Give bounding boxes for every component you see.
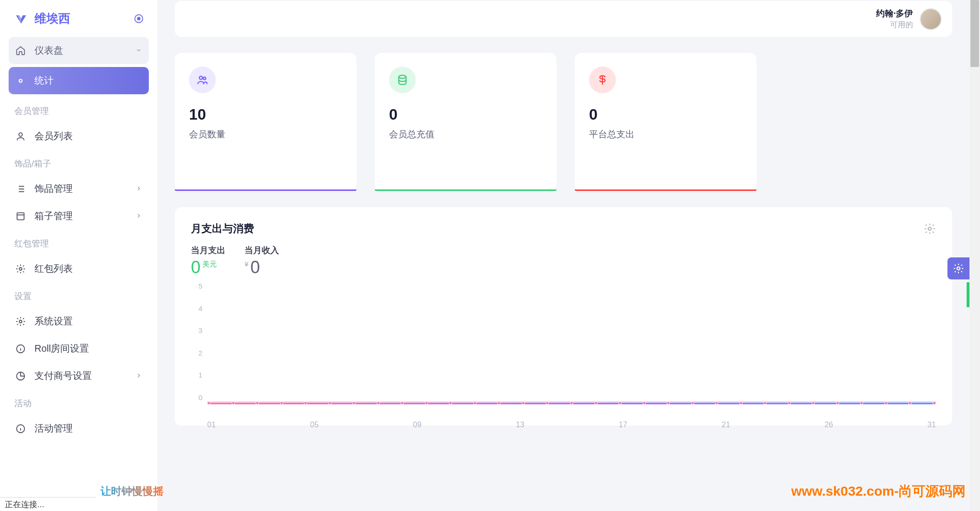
section-member: 会员管理 [9, 97, 149, 122]
brand[interactable]: 维埃西 [14, 11, 70, 26]
side-accent [967, 282, 969, 307]
nav-ornament-manage[interactable]: 饰品管理 [9, 175, 149, 202]
svg-point-13 [957, 267, 960, 270]
sidebar: 维埃西 仪表盘 统计 会员管理 会员列表 饰品/箱子 饰品管理 [0, 0, 157, 511]
nav-dashboard[interactable]: 仪表盘 [9, 37, 149, 64]
nav-payment[interactable]: 支付商号设置 [9, 362, 149, 389]
chart-point [908, 401, 912, 405]
metrics: 当月支出 0 美元 当月收入 ¥ 0 [191, 244, 936, 276]
topbar: 约翰·多伊 可用的 [175, 1, 952, 37]
chart-settings-icon[interactable] [924, 222, 936, 235]
svg-point-12 [928, 227, 932, 231]
home-icon [15, 45, 26, 56]
x-label: 01 [207, 421, 216, 429]
y-ticks: 543210 [191, 282, 202, 401]
x-label: 17 [619, 421, 627, 429]
users-icon [189, 67, 216, 93]
svg-point-10 [203, 77, 206, 79]
chart-point [788, 401, 791, 405]
svg-point-1 [137, 17, 140, 20]
nav-label: 箱子管理 [34, 210, 73, 222]
chart-area: 543210 0105091317212631 [191, 282, 936, 416]
svg-point-5 [19, 320, 22, 323]
nav-system-settings[interactable]: 系统设置 [9, 308, 149, 335]
user-name: 约翰·多伊 [876, 8, 913, 19]
section-redpacket: 红包管理 [9, 230, 149, 255]
y-tick: 1 [191, 371, 202, 379]
nav-label: 支付商号设置 [34, 369, 92, 382]
x-label: 21 [722, 421, 730, 429]
y-tick: 5 [191, 282, 202, 290]
dollar-icon [589, 67, 616, 93]
info-icon [15, 344, 26, 354]
section-settings: 设置 [9, 282, 149, 308]
chart-title: 月支出与消费 [191, 222, 254, 236]
metric-value: 0 [250, 259, 260, 276]
chart-point [328, 401, 332, 405]
nav-label: 统计 [34, 74, 54, 87]
chart-point [618, 401, 622, 405]
metric-label: 当月支出 [191, 244, 225, 256]
chart-point [207, 401, 211, 405]
chart-point [643, 401, 646, 405]
stat-value: 10 [189, 106, 342, 123]
svg-point-2 [19, 133, 22, 136]
stat-card-members: 10 会员数量 [175, 53, 356, 191]
chart-point [667, 401, 670, 405]
scrollbar-thumb[interactable] [970, 0, 979, 67]
settings-fab[interactable] [947, 257, 969, 279]
stat-value: 0 [589, 106, 742, 123]
nav-stats[interactable]: 统计 [9, 67, 149, 94]
nav-member-list[interactable]: 会员列表 [9, 122, 149, 150]
main: 约翰·多伊 可用的 10 会员数量 0 会员总充值 0 平台总支出 [157, 0, 969, 511]
chart-point [449, 401, 452, 405]
chart-point [280, 401, 283, 405]
chart-point [570, 401, 573, 405]
user-block[interactable]: 约翰·多伊 可用的 [876, 8, 942, 30]
brand-logo-icon [14, 12, 28, 25]
watermark-2: www.sk032.com-尚可源码网 [791, 482, 966, 500]
nav-redpacket-list[interactable]: 红包列表 [9, 255, 149, 282]
chart-point [304, 401, 307, 405]
chart-point [594, 401, 598, 405]
chart-point [933, 401, 936, 405]
stat-label: 会员总充值 [389, 128, 542, 141]
stat-label: 会员数量 [189, 128, 342, 141]
pie-icon [15, 371, 26, 381]
y-tick: 4 [191, 304, 202, 312]
sidebar-toggle-icon[interactable] [134, 13, 144, 24]
bullet-icon [15, 76, 26, 86]
nav-roll-room[interactable]: Roll房间设置 [9, 335, 149, 362]
nav-activity-manage[interactable]: 活动管理 [9, 415, 149, 442]
gear-icon [15, 316, 26, 327]
brand-name: 维埃西 [34, 11, 70, 26]
gear-icon [15, 264, 26, 274]
stat-label: 平台总支出 [589, 128, 742, 141]
chevron-down-icon [135, 45, 142, 56]
chart-point [812, 401, 815, 405]
nav-box-manage[interactable]: 箱子管理 [9, 202, 149, 230]
scrollbar[interactable] [969, 0, 980, 511]
metric-currency: 美元 [202, 260, 217, 269]
y-tick: 2 [191, 349, 202, 357]
x-label: 26 [824, 421, 833, 429]
list-icon [15, 184, 26, 194]
nav-label: 系统设置 [34, 315, 73, 328]
svg-point-4 [19, 267, 22, 270]
avatar[interactable] [920, 8, 942, 30]
chart-point [256, 401, 259, 405]
nav-label: 仪表盘 [34, 44, 63, 57]
metric-income: 当月收入 ¥ 0 [245, 244, 279, 276]
chart-point [739, 401, 743, 405]
database-icon [389, 67, 416, 93]
chart-card: 月支出与消费 当月支出 0 美元 当月收入 ¥ 0 [175, 207, 952, 425]
brand-row: 维埃西 [9, 5, 149, 37]
nav-label: 红包列表 [34, 262, 73, 275]
svg-rect-3 [17, 212, 24, 220]
nav-label: 饰品管理 [34, 182, 73, 195]
nav-label: 活动管理 [34, 422, 73, 435]
chart-point [522, 401, 525, 405]
chart-point [546, 401, 549, 405]
svg-point-11 [399, 75, 406, 78]
stat-value: 0 [389, 106, 542, 123]
